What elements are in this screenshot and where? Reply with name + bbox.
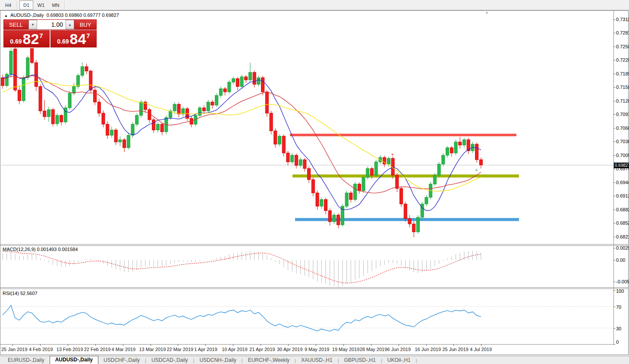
candle-body [232, 78, 235, 82]
one-click-trade-widget: SELL ▼ ▲ BUY 0.69 82 7 0.69 84 7 [3, 19, 97, 47]
candle-body [47, 110, 50, 116]
pivot-line [292, 175, 519, 178]
candle-body [303, 160, 306, 169]
candle-body [437, 164, 440, 175]
symbol-title: AUDUSD-,Daily [10, 13, 44, 18]
buy-price-sup: 7 [86, 32, 90, 39]
candle-body [462, 140, 465, 145]
volume-input[interactable] [37, 20, 66, 29]
buy-button[interactable]: BUY [74, 19, 97, 30]
candle-body [240, 77, 243, 87]
candle-body [102, 113, 105, 124]
candle-body [202, 108, 205, 111]
candle-body [228, 82, 231, 92]
sell-price-small: 0.69 [10, 38, 22, 45]
candle-body [22, 78, 25, 100]
buy-price-panel[interactable]: 0.69 84 7 [50, 30, 97, 47]
rsi-line [3, 305, 481, 331]
candle-body [177, 104, 180, 114]
sell-price-panel[interactable]: 0.69 82 7 [3, 30, 50, 47]
candle-body [110, 130, 113, 135]
candle-body [450, 147, 453, 153]
candle-body [131, 124, 134, 135]
candle-body [93, 90, 96, 102]
candle-body [1, 78, 4, 85]
candle-body [127, 135, 130, 148]
candle-body [219, 89, 222, 95]
candle-body [425, 198, 428, 204]
candle-body [35, 63, 38, 86]
volume-decrease-button[interactable]: ▼ [28, 20, 37, 29]
candle-body [362, 177, 365, 191]
candle-body [349, 193, 352, 199]
candle-body [257, 78, 260, 84]
candle-body [416, 217, 419, 232]
candle-body [114, 130, 117, 142]
chart-canvas[interactable]: ++ [0, 0, 629, 364]
buy-price-small: 0.69 [57, 38, 69, 45]
candle-body [400, 188, 403, 204]
candle-body [442, 155, 445, 164]
macd-label: MACD(12,26,9) 0.001493 0.001584 [3, 247, 78, 252]
candle-body [459, 142, 462, 145]
candle-body [85, 66, 88, 71]
candle-body [282, 136, 285, 153]
ma-fast-line [3, 74, 481, 211]
trade-marker-icon: + [475, 167, 478, 173]
candle-body [106, 124, 109, 135]
candle-body [5, 74, 8, 86]
candle-body [374, 162, 377, 175]
candle-body [215, 95, 218, 105]
candle-body [26, 58, 29, 78]
sell-button[interactable]: SELL [3, 19, 28, 30]
rsi-label: RSI(14) 52.5607 [3, 291, 38, 296]
candle-body [51, 110, 54, 124]
candle-body [358, 184, 361, 191]
candle-body [160, 124, 164, 132]
candle-body [274, 131, 277, 144]
chart-title: ▲AUDUSD-,Daily 0.69803 0.69860 0.69777 0… [4, 13, 119, 18]
current-price-tag: 0.69827 [614, 163, 629, 168]
candle-body [236, 78, 239, 86]
candle-body [270, 113, 273, 131]
candle-body [286, 153, 289, 162]
candle-body [9, 51, 13, 74]
candle-body [408, 219, 411, 224]
chart-shift-marker-icon[interactable]: ▼ [485, 11, 489, 15]
candle-body [81, 66, 84, 75]
candle-body [370, 169, 373, 175]
candle-body [152, 120, 155, 130]
candle-body [89, 71, 92, 90]
candle-body [14, 49, 17, 90]
candle-body [366, 169, 369, 178]
resistance-line [290, 134, 516, 136]
candle-body [454, 142, 457, 153]
candle-body [223, 89, 226, 92]
candle-body [446, 147, 449, 155]
candle-body [198, 108, 201, 115]
candle-body [31, 48, 34, 63]
candle-body [333, 215, 336, 222]
candle-body [77, 75, 80, 87]
candle-body [245, 77, 248, 80]
candle-body [135, 115, 138, 124]
candle-body [173, 104, 176, 111]
candle-body [261, 78, 264, 92]
candle-body [316, 193, 319, 206]
ohlc-values: 0.69803 0.69860 0.69777 0.69827 [47, 13, 119, 18]
buy-price-big: 84 [70, 31, 86, 46]
candle-body [308, 169, 311, 180]
candle-body [72, 87, 75, 93]
trade-marker-icon: + [391, 152, 394, 157]
candle-body [39, 87, 42, 111]
candle-body [248, 72, 252, 80]
candle-body [404, 204, 407, 219]
candle-body [207, 102, 210, 111]
candle-body [337, 215, 340, 225]
candle-body [119, 140, 122, 142]
candle-body [43, 111, 46, 116]
candle-body [265, 92, 268, 113]
volume-increase-button[interactable]: ▲ [66, 20, 74, 29]
candle-body [311, 179, 314, 193]
candle-body [139, 102, 142, 116]
